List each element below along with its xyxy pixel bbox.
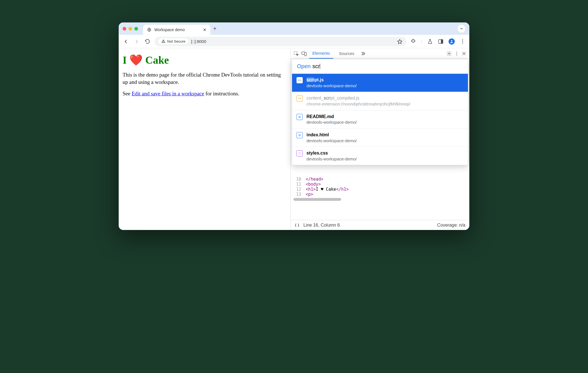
page-heading: I ❤️ Cake	[123, 54, 286, 66]
open-file-query[interactable]: Open scr	[292, 59, 468, 74]
devtools-menu-icon[interactable]	[454, 51, 459, 56]
devtools-close-icon[interactable]	[461, 51, 467, 56]
file-result-content-script[interactable]: content_script_compiled.js chrome-extens…	[292, 92, 468, 110]
window-controls	[123, 27, 138, 31]
browser-window: Workspace demo ✕ + Not Secure [::]:8000	[119, 22, 469, 230]
code-line: 12 <h1>I ♥ Cake</h1>	[291, 187, 470, 192]
file-result-index[interactable]: index.html devtools-workspace-demo/	[292, 129, 468, 147]
more-tabs-icon[interactable]	[360, 50, 366, 57]
bookmark-star-icon[interactable]	[397, 39, 403, 44]
svg-point-16	[456, 54, 457, 55]
file-result-title: script.js	[307, 77, 357, 83]
file-result-title: index.html	[307, 132, 357, 138]
svg-rect-12	[304, 52, 306, 56]
format-icon[interactable]	[295, 223, 300, 228]
extensions-icon[interactable]	[410, 39, 416, 44]
url-text: [::]:8000	[191, 39, 206, 44]
extension-file-icon	[297, 95, 303, 102]
file-result-title: content_script_compiled.js	[307, 95, 410, 101]
globe-icon	[147, 27, 151, 32]
script-file-icon	[297, 77, 303, 83]
devtools-tabbar: Elements Sources	[291, 48, 470, 59]
address-bar[interactable]: Not Secure [::]:8000	[155, 37, 406, 46]
open-file-prefix: Open	[297, 63, 311, 70]
open-file-typed: scr	[312, 63, 320, 70]
file-result-script-js[interactable]: script.js devtools-workspace-demo/	[292, 74, 468, 92]
open-file-results: script.js devtools-workspace-demo/ conte…	[292, 74, 468, 165]
page-description: This is the demo page for the official C…	[123, 71, 286, 86]
file-result-styles[interactable]: styles.css devtools-workspace-demo/	[292, 147, 468, 165]
workspace-tutorial-link[interactable]: Edit and save files in a workspace	[132, 91, 204, 96]
stylesheet-file-icon	[297, 150, 303, 156]
browser-tab[interactable]: Workspace demo ✕	[143, 25, 210, 35]
tab-strip: Workspace demo ✕ +	[119, 22, 469, 35]
svg-point-2	[163, 42, 164, 42]
cursor-position: Line 16, Column 6	[304, 223, 340, 228]
tabs-menu-button[interactable]	[458, 25, 465, 33]
labs-icon[interactable]	[427, 39, 433, 44]
file-result-path: chrome-extension://noondiphcddnnabmjcihc…	[307, 101, 410, 107]
document-file-icon	[297, 132, 303, 138]
browser-toolbar: Not Secure [::]:8000 |	[119, 35, 469, 48]
security-chip[interactable]: Not Secure	[159, 38, 188, 44]
page-instructions: See Edit and save files in a workspace f…	[123, 90, 286, 97]
svg-point-13	[449, 53, 450, 54]
devtools-statusbar: Line 16, Column 6 Coverage: n/a	[291, 220, 470, 230]
forward-button[interactable]	[133, 39, 140, 44]
security-chip-label: Not Secure	[167, 39, 185, 43]
tab-close-icon[interactable]: ✕	[203, 27, 206, 33]
code-line: 11<body>	[291, 182, 470, 187]
new-tab-button[interactable]: +	[213, 26, 217, 32]
minimize-window-button[interactable]	[128, 27, 132, 31]
file-result-path: devtools-workspace-demo/	[307, 83, 357, 89]
rendered-page: I ❤️ Cake This is the demo page for the …	[119, 48, 291, 230]
maximize-window-button[interactable]	[134, 27, 138, 31]
document-file-icon	[297, 114, 303, 120]
svg-point-14	[456, 52, 457, 52]
code-line: 10</head>	[291, 177, 470, 182]
tab-sources[interactable]: Sources	[336, 48, 358, 59]
open-file-dialog: Open scr script.js devtools-workspace-de…	[292, 59, 468, 165]
svg-point-15	[456, 53, 457, 54]
devtools-panel: Elements Sources Open	[291, 48, 470, 230]
svg-point-8	[462, 41, 463, 42]
device-toolbar-icon[interactable]	[301, 51, 307, 56]
code-line: 13 <p>	[291, 192, 470, 197]
tab-title: Workspace demo	[154, 27, 185, 32]
file-result-path: devtools-workspace-demo/	[307, 119, 357, 125]
file-result-path: devtools-workspace-demo/	[307, 156, 357, 162]
profile-avatar[interactable]	[449, 38, 455, 45]
file-result-readme[interactable]: README.md devtools-workspace-demo/	[292, 110, 468, 129]
back-button[interactable]	[123, 39, 129, 44]
content-area: I ❤️ Cake This is the demo page for the …	[119, 48, 469, 230]
devtools-settings-icon[interactable]	[446, 51, 452, 56]
file-result-path: devtools-workspace-demo/	[307, 138, 357, 144]
close-window-button[interactable]	[123, 27, 126, 31]
file-result-title: README.md	[307, 114, 357, 120]
browser-menu-icon[interactable]	[460, 39, 465, 44]
svg-point-7	[462, 39, 463, 40]
toolbar-right: |	[410, 38, 465, 45]
svg-point-9	[462, 43, 463, 43]
reload-button[interactable]	[144, 39, 151, 44]
tab-elements[interactable]: Elements	[309, 48, 334, 59]
file-result-title: styles.css	[307, 150, 357, 156]
coverage-status: Coverage: n/a	[437, 223, 465, 228]
side-panel-icon[interactable]	[438, 39, 444, 44]
inspect-element-icon[interactable]	[293, 51, 299, 56]
svg-rect-5	[441, 40, 443, 43]
editor-scrollbar[interactable]	[293, 198, 341, 201]
svg-point-6	[451, 40, 453, 42]
